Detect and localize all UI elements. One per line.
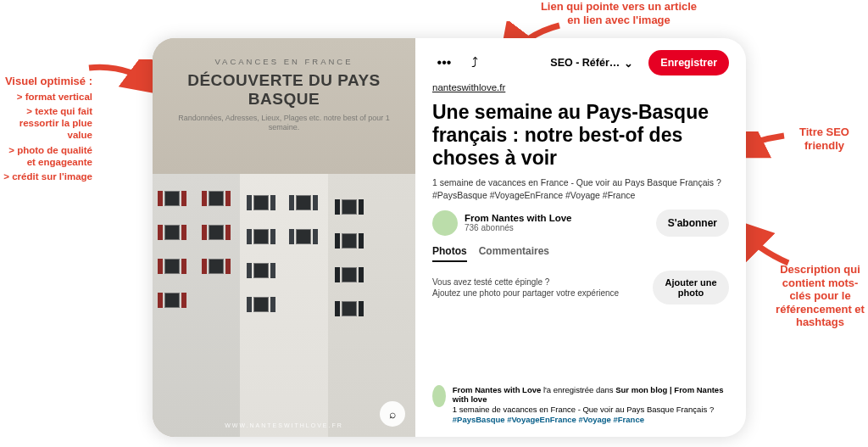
tried-question: Vous avez testé cette épingle ? [432,277,619,288]
pin-image-credit: WWW.NANTESWITHLOVE.FR [153,422,415,428]
chevron-down-icon: ⌄ [624,57,633,70]
share-button[interactable]: ⤴ [463,51,487,75]
callout-seo-title: Titre SEO friendly [784,126,865,152]
lens-icon[interactable]: ⌕ [380,401,405,427]
pin-toolbar: ••• ⤴ SEO - Référ… ⌄ Enregistrer [432,50,729,75]
tab-photos[interactable]: Photos [432,245,467,262]
callout-seo-description: Description qui contient mots-clés pour … [776,263,865,329]
saved-hashtags[interactable]: #PaysBasque #VoyageEnFrance #Voyage #Fra… [453,415,644,424]
avatar[interactable] [432,385,446,407]
callout-title: Titre SEO friendly [784,126,865,152]
saved-desc: 1 semaine de vacances en France - Que vo… [453,405,714,414]
callout-link: Lien qui pointe vers un article en lien … [534,0,704,26]
ellipsis-icon: ••• [437,55,452,70]
pin-details: ••• ⤴ SEO - Référ… ⌄ Enregistrer nantesw… [415,38,746,437]
callout-title: Visuel optimisé : [0,75,92,88]
pin-description: 1 semaine de vacances en France - Que vo… [432,176,729,200]
pin-image-photo [153,174,415,437]
board-selector-label: SEO - Référ… [550,57,620,69]
tried-row: Vous avez testé cette épingle ? Ajoutez … [432,271,729,305]
board-selector[interactable]: SEO - Référ… ⌄ [542,52,642,75]
share-icon: ⤴ [471,55,478,70]
callout-visual-optimized: Visuel optimisé : > format vertical > te… [0,75,92,183]
author-name[interactable]: From Nantes with Love [465,213,572,223]
pin-title: Une semaine au Pays-Basque français : no… [432,101,729,170]
pin-image-subline: Randonnées, Adresses, Lieux, Plages etc.… [168,114,400,133]
pin-image-overlay: VACANCES EN FRANCE DÉCOUVERTE DU PAYS BA… [153,38,415,174]
follow-button[interactable]: S'abonner [656,210,729,237]
pin-image[interactable]: VACANCES EN FRANCE DÉCOUVERTE DU PAYS BA… [153,38,415,437]
callout-title: Description qui contient mots-clés pour … [776,263,865,329]
author-followers: 736 abonnés [465,223,572,232]
save-button[interactable]: Enregistrer [648,50,729,75]
add-photo-button[interactable]: Ajouter une photo [653,271,729,305]
callout-point: > texte qui fait ressortir la plue value [0,106,92,141]
pin-image-headline: DÉCOUVERTE DU PAYS BASQUE [168,71,400,109]
callout-point: > crédit sur l'image [0,171,92,183]
pin-card: VACANCES EN FRANCE DÉCOUVERTE DU PAYS BA… [153,38,746,437]
saved-actor[interactable]: From Nantes with Love [453,385,542,394]
tried-hint: Ajoutez une photo pour partager votre ex… [432,288,619,299]
avatar[interactable] [432,210,458,236]
saved-block: From Nantes with Love l'a enregistrée da… [432,385,729,426]
callout-title: Lien qui pointe vers un article en lien … [534,0,704,26]
source-link[interactable]: nanteswithlove.fr [432,82,729,92]
callout-point: > format vertical [0,92,92,103]
tab-comments[interactable]: Commentaires [479,245,549,262]
more-button[interactable]: ••• [432,51,456,75]
tabs: Photos Commentaires [432,245,729,262]
author-row: From Nantes with Love 736 abonnés S'abon… [432,210,729,237]
pin-image-category: VACANCES EN FRANCE [168,57,400,66]
callout-point: > photo de qualité et engageante [0,145,92,169]
saved-verb: l'a enregistrée dans [541,385,615,394]
